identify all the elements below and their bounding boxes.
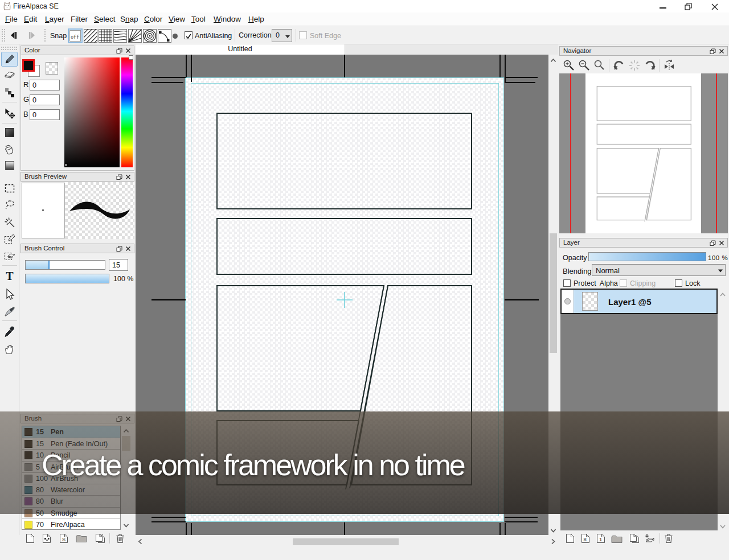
svg-text:1: 1 — [599, 536, 602, 542]
svg-text:S: S — [62, 537, 65, 542]
svg-text:8: 8 — [584, 536, 587, 542]
